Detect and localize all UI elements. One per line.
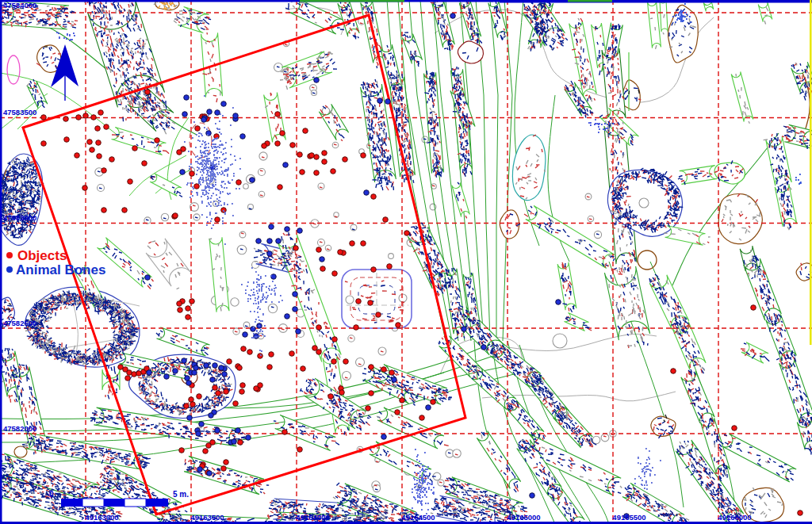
svg-text:49165000: 49165000: [507, 513, 540, 522]
svg-text:47583000: 47583000: [3, 213, 36, 222]
svg-text:47582000: 47582000: [3, 424, 36, 433]
svg-text:49163000: 49163000: [85, 513, 118, 522]
svg-text:47584000: 47584000: [3, 1, 36, 10]
svg-text:49164500: 49164500: [401, 513, 435, 522]
svg-text:49166000: 49166000: [718, 513, 751, 522]
svg-text:Objects: Objects: [17, 248, 67, 263]
svg-text:47582500: 47582500: [3, 319, 36, 327]
svg-text:49165500: 49165500: [612, 513, 645, 522]
svg-text:49164000: 49164000: [296, 513, 329, 522]
svg-text:5 m.: 5 m.: [173, 490, 189, 499]
svg-text:Animal Bones: Animal Bones: [16, 262, 105, 277]
svg-text:47583500: 47583500: [3, 108, 36, 117]
svg-text:49163500: 49163500: [190, 513, 224, 522]
svg-text:0: 0: [49, 490, 54, 499]
